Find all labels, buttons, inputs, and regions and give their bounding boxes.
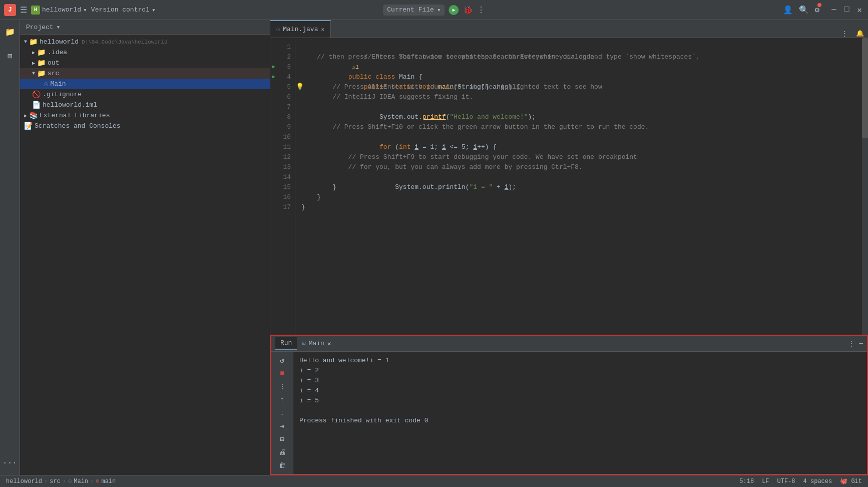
project-name-label: helloworld <box>42 6 81 14</box>
breadcrumb-helloworld[interactable]: helloworld <box>6 478 42 485</box>
scroll-down-button[interactable]: ↓ <box>275 408 289 417</box>
status-encoding[interactable]: UTF-8 <box>777 478 795 485</box>
tree-ext-arrow: ▶ <box>24 113 27 119</box>
tree-item-iml[interactable]: 📄 helloworld.iml <box>20 100 270 110</box>
project-panel-header[interactable]: Project ▾ <box>20 20 270 35</box>
breadcrumb-method[interactable]: main <box>102 478 116 485</box>
bottom-minimize-icon[interactable]: — <box>859 340 863 347</box>
soft-wrap-button[interactable]: ⇥ <box>275 421 289 430</box>
tree-item-main[interactable]: ☉ Main <box>20 79 270 89</box>
tree-item-scratches[interactable]: 📝 Scratches and Consoles <box>20 121 270 131</box>
scroll-up-button[interactable]: ↑ <box>275 395 289 404</box>
profile-icon[interactable]: 👤 <box>783 5 793 15</box>
project-dropdown-icon: ▾ <box>83 6 87 14</box>
code-line-14: System.out.println("i = " + i); <box>301 172 856 182</box>
bottom-tab-main-close[interactable]: ✕ <box>327 340 331 348</box>
bottom-tab-run[interactable]: Run <box>275 337 297 350</box>
code-line-16: } <box>301 192 856 202</box>
search-everywhere-button[interactable]: 🔍 <box>799 5 809 15</box>
code-line-9: // Press Shift+F10 or click the green ar… <box>301 122 856 132</box>
stop-button[interactable]: ■ <box>275 369 289 378</box>
editor-scrollbar[interactable] <box>862 38 868 335</box>
breadcrumb-method-icon: ⊙ <box>96 477 99 485</box>
tree-root-folder-icon: 📁 <box>29 38 38 46</box>
run-output-line-7: Process finished with exit code 0 <box>299 416 861 426</box>
project-panel-title: Project <box>26 24 54 31</box>
line-num-14: 14 <box>270 172 295 182</box>
tree-idea-arrow: ▶ <box>32 50 35 56</box>
project-panel: Project ▾ ▼ 📁 helloworld D:\04_Code\Java… <box>20 20 270 475</box>
more-run-options-button[interactable]: ⋮ <box>477 5 485 15</box>
run-more-button[interactable]: ⋮ <box>275 382 289 391</box>
titlebar: J ☰ H helloworld ▾ Version control ▾ Cur… <box>0 0 868 20</box>
tree-iml-icon: 📄 <box>32 101 41 109</box>
run-button[interactable]: ▶ <box>449 5 459 15</box>
code-line-6: // IntelliJ IDEA suggests fixing it. <box>301 92 856 102</box>
minimize-button[interactable]: — <box>829 3 838 17</box>
tree-ext-icon: 📚 <box>29 111 38 120</box>
version-control-label: Version control <box>91 6 150 14</box>
close-button[interactable]: ✕ <box>855 3 864 17</box>
settings-badge <box>817 3 821 7</box>
run-output-line-1: Hello and welcome!i = 1 <box>299 356 861 366</box>
breadcrumb-sep-1: › <box>44 478 48 485</box>
settings-button[interactable]: ⚙ <box>815 5 820 15</box>
line-numbers: 1 2 3 4 5 💡 6 7 8 9 10 11 12 13 14 1 <box>270 38 295 335</box>
tree-gitignore-icon: 🚫 <box>32 90 41 99</box>
tab-java-icon: ☉ <box>276 26 280 33</box>
status-position[interactable]: 5:18 <box>739 478 754 485</box>
tree-item-gitignore[interactable]: 🚫 .gitignore <box>20 89 270 100</box>
line-num-8: 8 <box>270 112 295 122</box>
line-num-13: 13 <box>270 162 295 172</box>
tree-root-helloworld[interactable]: ▼ 📁 helloworld D:\04_Code\Java\helloworl… <box>20 37 270 47</box>
status-line-ending[interactable]: LF <box>762 478 769 485</box>
run-output-line-6 <box>299 406 861 416</box>
line-num-2: 2 <box>270 52 295 62</box>
breadcrumb-src[interactable]: src <box>50 478 61 485</box>
tree-item-out[interactable]: ▶ 📁 out <box>20 58 270 68</box>
run-config-label: Current File <box>387 6 434 14</box>
sidebar-project-icon[interactable]: 📁 <box>2 24 18 40</box>
tree-iml-label: helloworld.iml <box>43 101 97 109</box>
breadcrumb-main[interactable]: Main <box>74 478 88 485</box>
editor-tab-more[interactable]: ⋮ <box>837 30 852 38</box>
sidebar-more-icon[interactable]: ··· <box>2 455 18 471</box>
run-output-line-2: i = 2 <box>299 366 861 376</box>
code-content[interactable]: // Press Shift twice to open the Search … <box>295 38 862 335</box>
line-num-9: 9 <box>270 122 295 132</box>
hamburger-button[interactable]: ☰ <box>20 5 27 15</box>
tree-out-arrow: ▶ <box>32 60 35 66</box>
tree-item-src[interactable]: ▼ 📁 src <box>20 68 270 79</box>
print-button[interactable]: 🖨 <box>275 448 289 457</box>
tab-main-java[interactable]: ☉ Main.java ✕ <box>270 20 331 38</box>
tree-scratches-label: Scratches and Consoles <box>35 122 121 130</box>
debug-button[interactable]: 🐞 <box>463 5 473 15</box>
line-num-16: 16 <box>270 192 295 202</box>
version-control-button[interactable]: Version control ▾ <box>91 6 156 14</box>
line-num-3: 3 <box>270 62 295 72</box>
maximize-button[interactable]: □ <box>842 3 851 17</box>
editor-scrollbar-thumb[interactable] <box>862 38 868 138</box>
run-config-selector[interactable]: Current File ▾ <box>383 5 445 16</box>
tree-item-ext-libs[interactable]: ▶ 📚 External Libraries <box>20 110 270 121</box>
bottom-more-icon[interactable]: ⋮ <box>848 340 855 348</box>
filter-output-button[interactable]: ⊟ <box>275 434 289 443</box>
line-num-10: 10 <box>270 132 295 142</box>
editor-notification-bell[interactable]: 🔔 <box>852 30 868 38</box>
status-git[interactable]: 🐙 Git <box>840 477 862 485</box>
run-output: Hello and welcome!i = 1 i = 2 i = 3 i = … <box>293 352 867 474</box>
tab-main-java-close[interactable]: ✕ <box>321 26 324 33</box>
tree-ext-label: External Libraries <box>40 112 110 119</box>
clear-output-button[interactable]: 🗑 <box>275 461 289 470</box>
rerun-button[interactable]: ↺ <box>275 356 289 365</box>
code-line-12: // Press Shift+F9 to start debugging you… <box>301 152 856 162</box>
line-num-1: 1 <box>270 42 295 52</box>
bulb-icon[interactable]: 💡 <box>296 82 304 92</box>
breadcrumb-main-icon: ☉ <box>68 477 72 485</box>
project-name-button[interactable]: H helloworld ▾ <box>31 6 87 15</box>
sidebar-structure-icon[interactable]: ⊞ <box>2 48 18 64</box>
bottom-panel: Run ⊡ Main ✕ ⋮ — ↺ ■ ⋮ <box>270 335 868 475</box>
tree-item-idea[interactable]: ▶ 📁 .idea <box>20 47 270 58</box>
bottom-tab-main[interactable]: ⊡ Main ✕ <box>297 338 336 350</box>
status-indent[interactable]: 4 spaces <box>803 478 832 485</box>
